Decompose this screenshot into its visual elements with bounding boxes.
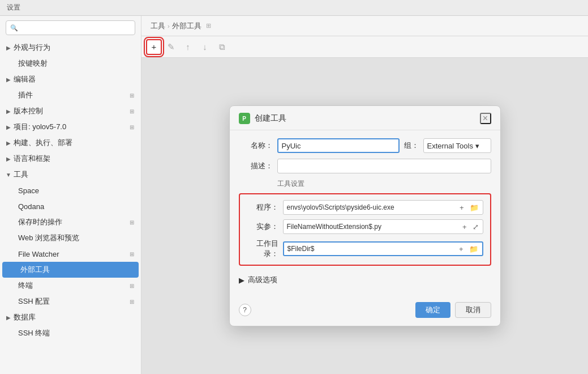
workdir-row: 工作目录： + 📁: [247, 239, 483, 259]
sidebar-item-label: Web 浏览器和预览: [18, 233, 79, 243]
sidebar-item-lang[interactable]: ▶ 语言和框架: [0, 151, 141, 167]
sidebar-item-build[interactable]: ▶ 构建、执行、部署: [0, 135, 141, 151]
sidebar-item-label: 语言和框架: [14, 154, 50, 164]
sidebar-item-ssh-terminal[interactable]: SSH 终端: [0, 325, 141, 341]
sidebar-item-terminal[interactable]: 终端 ⊞: [0, 278, 141, 294]
sidebar-item-label: 插件: [18, 90, 33, 100]
group-select-value: External Tools: [427, 142, 473, 150]
sidebar-item-web-browser[interactable]: Web 浏览器和预览: [0, 230, 141, 246]
args-row: 实参： + ⤢: [247, 219, 483, 234]
sidebar-item-project[interactable]: ▶ 项目: yolov5-7.0 ⊞: [0, 119, 141, 135]
edit-tool-button[interactable]: ✎: [163, 39, 179, 55]
cancel-button[interactable]: 取消: [455, 302, 491, 318]
sidebar-item-save-action[interactable]: 保存时的操作 ⊞: [0, 214, 141, 230]
dialog-header: P 创建工具 ×: [230, 106, 500, 130]
sidebar-search-container[interactable]: 🔍: [6, 20, 135, 35]
sidebar-badge: ⊞: [130, 299, 134, 305]
dialog-app-icon: P: [239, 113, 250, 124]
title-bar: 设置: [0, 0, 588, 16]
workdir-browse-button[interactable]: 📁: [467, 244, 480, 254]
desc-row: 描述：: [239, 159, 491, 173]
sidebar-item-vcs[interactable]: ▶ 版本控制 ⊞: [0, 103, 141, 119]
sidebar-item-label: 外观与行为: [14, 42, 50, 53]
program-row: 程序： + 📁: [247, 200, 483, 215]
name-label: 名称：: [239, 141, 273, 151]
move-up-button[interactable]: ↑: [180, 39, 196, 55]
sidebar-badge: ⊞: [130, 219, 134, 226]
sidebar-item[interactable]: ▶ 外观与行为: [0, 40, 141, 56]
program-input[interactable]: [287, 203, 456, 211]
arrow-icon: ▶: [5, 123, 12, 131]
sidebar-item-label: 工具: [14, 169, 28, 180]
tool-settings-section: 程序： + 📁 实参：: [239, 193, 491, 266]
sidebar-item-label: 版本控制: [14, 106, 43, 116]
advanced-toggle[interactable]: ▶ 高级选项: [239, 271, 491, 288]
arrow-down-icon: ▼: [5, 171, 12, 178]
arrow-icon: ▶: [5, 139, 12, 147]
sidebar-badge: ⊞: [130, 108, 134, 114]
sidebar-item-label: File Watcher: [18, 250, 59, 258]
sidebar-item-keymaps[interactable]: 按键映射: [0, 56, 141, 71]
advanced-label: 高级选项: [248, 275, 277, 285]
desc-input[interactable]: [277, 159, 491, 173]
workdir-input-group: + 📁: [283, 241, 483, 256]
group-label-text: 组：: [404, 141, 419, 151]
breadcrumb: 工具 › 外部工具 ⊞: [141, 16, 588, 36]
sidebar-item-editor[interactable]: ▶ 编辑器: [0, 71, 141, 87]
sidebar-item-label: 外部工具: [20, 265, 50, 275]
chevron-down-icon: ▾: [475, 142, 479, 150]
program-input-group: + 📁: [283, 200, 483, 215]
sidebar-badge: ⊞: [130, 124, 134, 130]
sidebar-search-input[interactable]: [20, 24, 131, 32]
dialog-footer: ? 确定 取消: [230, 296, 500, 326]
confirm-button[interactable]: 确定: [415, 302, 450, 318]
breadcrumb-separator: ›: [168, 23, 170, 29]
move-down-button[interactable]: ↓: [197, 39, 213, 55]
sidebar-item-label: 构建、执行、部署: [14, 138, 72, 148]
group-select[interactable]: External Tools ▾: [423, 138, 491, 153]
dialog-overlay: P 创建工具 × 名称： 组：: [141, 58, 588, 374]
sidebar-item-label: Space: [18, 186, 39, 195]
help-button[interactable]: ?: [239, 304, 251, 316]
sidebar-item-space[interactable]: Space: [0, 182, 141, 198]
sidebar-item-label: 按键映射: [18, 58, 48, 69]
breadcrumb-icon: ⊞: [206, 22, 211, 29]
sidebar-item-plugins[interactable]: 插件 ⊞: [0, 87, 141, 103]
title-bar-text: 设置: [7, 3, 20, 12]
sidebar-badge: ⊞: [130, 92, 134, 99]
arrow-icon: ▶: [5, 313, 12, 321]
sidebar-item-label: 数据库: [14, 312, 36, 322]
sidebar-item-ssh-config[interactable]: SSH 配置 ⊞: [0, 294, 141, 309]
sidebar-item-label: 终端: [18, 280, 33, 291]
args-label: 实参：: [247, 222, 278, 232]
sidebar-item-label: 项目: yolov5-7.0: [14, 122, 66, 132]
name-row: 名称： 组： External Tools ▾: [239, 138, 491, 153]
chevron-right-icon: ▶: [239, 276, 244, 284]
program-add-button[interactable]: +: [458, 203, 466, 212]
arrow-icon: ▶: [5, 75, 12, 83]
workdir-label: 工作目录：: [247, 239, 278, 259]
arrow-icon: ▶: [5, 44, 12, 52]
args-expand-button[interactable]: ⤢: [471, 222, 480, 232]
program-browse-button[interactable]: 📁: [468, 203, 480, 212]
sidebar-badge: ⊞: [130, 283, 134, 289]
add-tool-button[interactable]: +: [146, 39, 162, 55]
tool-settings-section-title: 工具设置: [277, 179, 491, 189]
copy-tool-button[interactable]: ⧉: [214, 39, 230, 55]
sidebar-item-label: SSH 配置: [18, 296, 50, 307]
create-tool-dialog: P 创建工具 × 名称： 组：: [229, 105, 501, 326]
sidebar-item-database[interactable]: ▶ 数据库: [0, 309, 141, 325]
sidebar-item-tools[interactable]: ▼ 工具: [0, 167, 141, 182]
workdir-add-button[interactable]: +: [457, 244, 465, 254]
breadcrumb-parent: 工具: [151, 21, 165, 31]
dialog-close-button[interactable]: ×: [480, 113, 491, 124]
sidebar-item-file-watcher[interactable]: File Watcher ⊞: [0, 246, 141, 262]
workdir-input[interactable]: [287, 245, 455, 253]
name-input[interactable]: [277, 138, 400, 153]
args-input[interactable]: [287, 223, 458, 231]
sidebar-item-qodana[interactable]: Qodana: [0, 198, 141, 214]
args-add-button[interactable]: +: [461, 222, 469, 232]
toolbar: + ✎ ↑ ↓ ⧉: [141, 36, 588, 58]
args-input-group: + ⤢: [283, 219, 483, 234]
sidebar-item-external-tools[interactable]: 外部工具: [2, 262, 139, 278]
